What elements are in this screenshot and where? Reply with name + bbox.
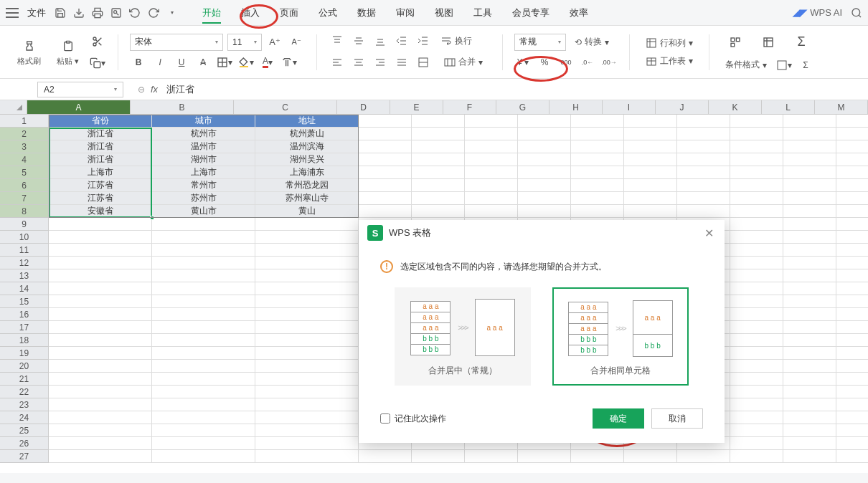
- cell[interactable]: [49, 334, 152, 347]
- cell[interactable]: [255, 373, 359, 386]
- cell[interactable]: [571, 166, 624, 179]
- tab-插入[interactable]: 插入: [231, 2, 270, 24]
- print-icon[interactable]: [92, 7, 103, 19]
- table-data-cell[interactable]: 浙江省: [49, 153, 152, 166]
- cell[interactable]: [730, 115, 783, 128]
- table-data-cell[interactable]: 苏州市: [152, 192, 255, 205]
- cell[interactable]: [359, 140, 412, 153]
- col-header[interactable]: A: [27, 100, 131, 115]
- col-header[interactable]: K: [709, 100, 762, 115]
- tab-数据[interactable]: 数据: [347, 2, 386, 24]
- cell[interactable]: [359, 205, 412, 218]
- cell[interactable]: [836, 192, 868, 205]
- cell[interactable]: [152, 269, 255, 282]
- cell[interactable]: [783, 115, 836, 128]
- cell[interactable]: [359, 166, 412, 179]
- merge-center-option[interactable]: a a a a a a a a a b b b b b b >>> a a a …: [395, 287, 531, 386]
- merge-same-option[interactable]: a a a a a a a a a b b b b b b >>> a a a …: [552, 287, 689, 386]
- row-header[interactable]: 22: [0, 386, 49, 398]
- row-header[interactable]: 10: [0, 231, 49, 244]
- cell[interactable]: [730, 411, 783, 424]
- col-header[interactable]: M: [815, 100, 868, 115]
- cell[interactable]: [836, 398, 868, 411]
- cell[interactable]: [783, 231, 836, 244]
- cell[interactable]: [836, 282, 868, 295]
- percent-button[interactable]: %: [536, 54, 553, 71]
- cell[interactable]: [836, 424, 868, 437]
- fill-color-button[interactable]: ▾: [237, 54, 255, 71]
- row-header[interactable]: 6: [0, 179, 49, 192]
- cell[interactable]: [518, 450, 571, 463]
- row-header[interactable]: 2: [0, 128, 49, 140]
- table-header-cell[interactable]: 省份: [49, 115, 152, 128]
- cell[interactable]: [49, 437, 152, 450]
- cell[interactable]: [730, 437, 783, 450]
- close-icon[interactable]: ✕: [702, 226, 716, 240]
- cell[interactable]: [677, 205, 730, 218]
- cell[interactable]: [571, 192, 624, 205]
- font-name-select[interactable]: 宋体▾: [130, 34, 223, 51]
- cell[interactable]: [783, 179, 836, 192]
- file-menu[interactable]: 文件: [27, 6, 46, 19]
- clear-format-button[interactable]: ▾: [280, 54, 298, 71]
- cell[interactable]: [518, 205, 571, 218]
- number-format-select[interactable]: 常规▾: [514, 34, 566, 51]
- name-box[interactable]: A2▾: [37, 82, 123, 97]
- col-header[interactable]: J: [656, 100, 709, 115]
- col-header[interactable]: I: [603, 100, 656, 115]
- cell[interactable]: [730, 282, 783, 295]
- cell[interactable]: [730, 218, 783, 231]
- justify-button[interactable]: [393, 54, 410, 71]
- preview-icon[interactable]: [110, 7, 122, 19]
- format-painter-button[interactable]: 格式刷: [11, 34, 47, 70]
- cell[interactable]: [730, 360, 783, 373]
- cell[interactable]: [783, 437, 836, 450]
- row-header[interactable]: 8: [0, 205, 49, 218]
- cell[interactable]: [49, 257, 152, 269]
- align-top-button[interactable]: [329, 32, 346, 49]
- cell[interactable]: [152, 257, 255, 269]
- cell[interactable]: [152, 424, 255, 437]
- cell[interactable]: [518, 128, 571, 140]
- cell[interactable]: [677, 166, 730, 179]
- remember-checkbox[interactable]: 记住此次操作: [380, 413, 446, 425]
- cell[interactable]: [152, 244, 255, 257]
- row-header[interactable]: 11: [0, 244, 49, 257]
- table-header-cell[interactable]: 地址: [255, 115, 359, 128]
- row-header[interactable]: 18: [0, 334, 49, 347]
- cell[interactable]: [836, 231, 868, 244]
- cell-style-button[interactable]: ▾: [775, 57, 793, 74]
- cell[interactable]: [783, 373, 836, 386]
- align-right-button[interactable]: [372, 54, 389, 71]
- cut-button[interactable]: [89, 33, 106, 50]
- cell[interactable]: [730, 179, 783, 192]
- cell[interactable]: [730, 244, 783, 257]
- cell[interactable]: [730, 192, 783, 205]
- cell[interactable]: [412, 192, 465, 205]
- cell[interactable]: [571, 450, 624, 463]
- cell[interactable]: [836, 257, 868, 269]
- cell[interactable]: [836, 450, 868, 463]
- cell[interactable]: [730, 269, 783, 282]
- cell[interactable]: [624, 128, 677, 140]
- row-header[interactable]: 13: [0, 269, 49, 282]
- col-header[interactable]: L: [762, 100, 815, 115]
- cell[interactable]: [255, 360, 359, 373]
- cell[interactable]: [412, 153, 465, 166]
- cell[interactable]: [730, 205, 783, 218]
- cell[interactable]: [465, 205, 518, 218]
- cell[interactable]: [836, 244, 868, 257]
- tab-公式[interactable]: 公式: [308, 2, 347, 24]
- cell[interactable]: [783, 218, 836, 231]
- cell[interactable]: [783, 153, 836, 166]
- cell[interactable]: [836, 153, 868, 166]
- cell[interactable]: [730, 257, 783, 269]
- row-header[interactable]: 1: [0, 115, 49, 128]
- cell[interactable]: [624, 205, 677, 218]
- row-header[interactable]: 14: [0, 282, 49, 295]
- decrease-decimal-button[interactable]: .00→: [600, 54, 618, 71]
- search-icon[interactable]: [851, 7, 862, 19]
- cell[interactable]: [730, 231, 783, 244]
- table-data-cell[interactable]: 江苏省: [49, 179, 152, 192]
- cell[interactable]: [836, 373, 868, 386]
